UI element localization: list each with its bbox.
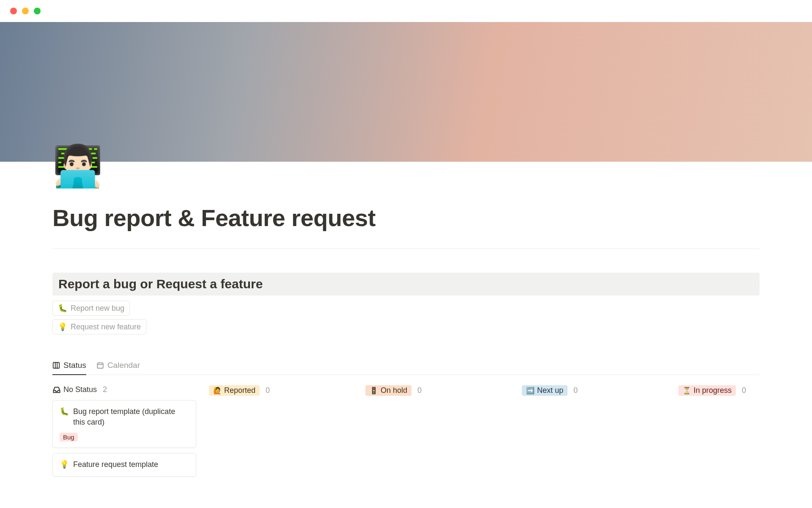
tab-label: Calendar xyxy=(107,361,140,370)
svg-rect-3 xyxy=(97,363,103,368)
column-count: 0 xyxy=(742,386,746,395)
hourglass-icon: ⏳ xyxy=(683,387,691,395)
window-minimize-button[interactable] xyxy=(22,8,29,14)
traffic-light-icon: 🚦 xyxy=(370,387,378,395)
tab-calendar[interactable]: Calendar xyxy=(96,361,140,375)
column-header[interactable]: ⏳ In progress 0 xyxy=(678,385,754,396)
tab-label: Status xyxy=(63,361,86,370)
column-label: No Status xyxy=(63,385,97,394)
board-icon xyxy=(52,362,60,369)
bug-icon: 🐛 xyxy=(58,304,67,313)
bug-icon: 🐛 xyxy=(60,406,69,417)
board-column-reported: 🙋 Reported 0 xyxy=(209,385,353,482)
window-close-button[interactable] xyxy=(10,8,17,14)
card-title: Bug report template (duplicate this card… xyxy=(73,406,189,428)
request-new-feature-button[interactable]: 💡 Request new feature xyxy=(52,319,146,334)
raising-hand-icon: 🙋 xyxy=(213,387,222,395)
board-column-on-hold: 🚦 On hold 0 xyxy=(365,385,509,482)
report-new-bug-button[interactable]: 🐛 Report new bug xyxy=(52,301,130,316)
card-tag: Bug xyxy=(60,433,78,442)
board: No Status 2 🐛 Bug report template (dupli… xyxy=(52,385,760,482)
board-column-no-status: No Status 2 🐛 Bug report template (dupli… xyxy=(52,385,196,482)
column-count: 0 xyxy=(266,386,270,395)
column-label: Next up xyxy=(537,386,563,395)
column-header[interactable]: ➡️ Next up 0 xyxy=(522,385,666,396)
divider xyxy=(52,248,760,249)
card-feature-request-template[interactable]: 💡 Feature request template xyxy=(52,453,196,476)
action-label: Report new bug xyxy=(71,304,124,313)
column-count: 0 xyxy=(417,386,422,395)
tab-status[interactable]: Status xyxy=(52,361,86,375)
inbox-icon xyxy=(52,386,61,394)
calendar-icon xyxy=(96,362,104,369)
card-bug-report-template[interactable]: 🐛 Bug report template (duplicate this ca… xyxy=(52,400,196,448)
arrow-right-icon: ➡️ xyxy=(526,387,535,395)
page-icon[interactable]: 👨🏻‍💻 xyxy=(52,146,103,186)
column-header[interactable]: 🙋 Reported 0 xyxy=(209,385,353,396)
page-cover[interactable]: 👨🏻‍💻 xyxy=(0,22,812,162)
column-label: In progress xyxy=(694,386,732,395)
column-header[interactable]: No Status 2 xyxy=(52,385,196,394)
column-count: 0 xyxy=(573,386,578,395)
lightbulb-icon: 💡 xyxy=(60,459,69,470)
window-titlebar xyxy=(0,0,812,22)
board-column-next-up: ➡️ Next up 0 xyxy=(522,385,666,482)
window-zoom-button[interactable] xyxy=(34,8,41,14)
column-header[interactable]: 🚦 On hold 0 xyxy=(365,385,509,396)
action-buttons: 🐛 Report new bug 💡 Request new feature xyxy=(52,301,760,334)
callout-heading: Report a bug or Request a feature xyxy=(52,273,760,295)
view-tabs: Status Calendar xyxy=(52,361,760,375)
action-label: Request new feature xyxy=(71,323,141,331)
column-label: Reported xyxy=(224,386,255,395)
board-column-in-progress: ⏳ In progress 0 xyxy=(678,385,754,482)
column-count: 2 xyxy=(103,385,107,394)
card-title: Feature request template xyxy=(73,459,158,470)
page-title[interactable]: Bug report & Feature request xyxy=(52,204,760,232)
lightbulb-icon: 💡 xyxy=(58,322,67,331)
column-label: On hold xyxy=(381,386,407,395)
svg-rect-0 xyxy=(53,362,60,368)
